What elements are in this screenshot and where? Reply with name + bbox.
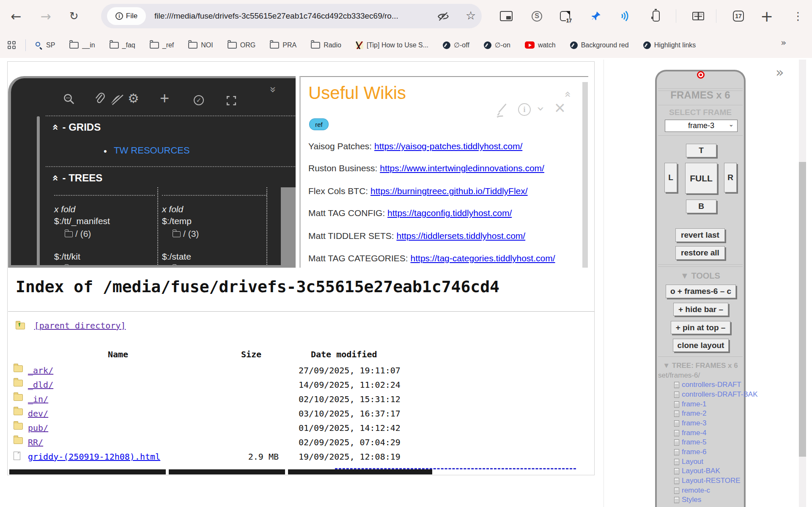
bookmark-sp[interactable]: SP bbox=[35, 41, 55, 49]
tree-node-count[interactable]: / (3) bbox=[173, 229, 199, 239]
zoom-search-icon[interactable] bbox=[63, 93, 75, 105]
hidden-eye-icon[interactable] bbox=[437, 11, 449, 22]
wiki-url-link[interactable]: https://tagconfig.tiddlyhost.com/ bbox=[387, 208, 512, 218]
bookmarks-overflow-chevron[interactable]: » bbox=[781, 37, 786, 48]
panel-drag-handle-dot[interactable] bbox=[697, 71, 705, 79]
paperclip-icon[interactable] bbox=[94, 93, 106, 105]
clone-layout-button[interactable]: clone layout bbox=[673, 339, 729, 352]
revert-last-button[interactable]: revert last bbox=[675, 228, 725, 242]
bookmark-highlight-links[interactable]: Highlight links bbox=[643, 41, 696, 49]
tree-node-title[interactable]: $:/tt/kit bbox=[54, 252, 80, 262]
bookmark-folder-faq[interactable]: _faq bbox=[110, 41, 135, 49]
bookmark-tip[interactable]: [Tip] How to Use S... bbox=[356, 41, 428, 49]
bookmark-pen-off[interactable]: ∅-off bbox=[443, 41, 469, 49]
dock-full-button[interactable]: FULL bbox=[685, 163, 717, 194]
tree-item[interactable]: Styles bbox=[674, 496, 701, 504]
frame-right-scrollbar[interactable] bbox=[281, 187, 296, 267]
dir-link[interactable]: pub/ bbox=[28, 423, 48, 433]
fold-toggle[interactable]: x fold bbox=[54, 204, 75, 214]
new-tab-plus-icon[interactable]: + bbox=[759, 0, 774, 32]
hide-bar-button[interactable]: + hide bar – bbox=[673, 303, 728, 316]
dock-bottom-button[interactable]: B bbox=[686, 200, 716, 213]
tab-flag-icon[interactable]: 17 bbox=[560, 0, 570, 32]
tree-node-count[interactable]: / (19) bbox=[65, 263, 96, 268]
fold-toggle[interactable]: x fold bbox=[162, 204, 183, 214]
trees-section-heading[interactable]: » - TREES bbox=[52, 172, 102, 184]
check-circle-icon[interactable]: ✓ bbox=[194, 95, 204, 105]
sound-waves-icon[interactable] bbox=[619, 0, 631, 32]
fullscreen-icon[interactable] bbox=[226, 95, 237, 106]
kebab-menu-icon[interactable]: ⋮ bbox=[792, 0, 804, 32]
collapse-section-icon[interactable]: » bbox=[49, 124, 61, 131]
dir-link[interactable]: _in/ bbox=[28, 394, 48, 404]
dir-link[interactable]: _ark/ bbox=[28, 365, 53, 375]
file-scheme-chip[interactable]: i File bbox=[107, 7, 146, 25]
brush-off-icon[interactable] bbox=[110, 93, 123, 105]
tw-resources-link[interactable]: TW RESOURCES bbox=[114, 145, 190, 156]
file-link[interactable]: griddy-(250919-12h08).html bbox=[28, 452, 160, 462]
tab-counter[interactable]: 17 bbox=[733, 0, 744, 32]
close-icon[interactable]: × bbox=[554, 97, 565, 118]
wiki-url-link[interactable]: https://tiddlersets.tiddlyhost.com/ bbox=[397, 231, 526, 241]
tree-item[interactable]: Layout-BAK bbox=[674, 467, 720, 475]
tree-item[interactable]: frame-2 bbox=[674, 409, 707, 418]
tree-item[interactable]: frame-5 bbox=[674, 438, 707, 447]
wiki-url-link[interactable]: https://yaisog-patches.tiddlyhost.com/ bbox=[374, 141, 522, 151]
picture-in-picture-icon[interactable] bbox=[500, 0, 513, 32]
dir-link[interactable]: _dld/ bbox=[28, 380, 53, 390]
tree-item[interactable]: remote-c bbox=[674, 486, 710, 495]
bookmark-background-red[interactable]: Background red bbox=[570, 41, 629, 49]
forward-icon[interactable]: → bbox=[37, 0, 54, 32]
page-scrollbar[interactable] bbox=[799, 60, 806, 507]
add-plus-icon[interactable]: + bbox=[160, 89, 169, 107]
url-text[interactable]: file:///media/fuse/drivefs-3c55615e27eab… bbox=[154, 4, 398, 28]
collapse-section-icon[interactable]: » bbox=[49, 175, 61, 181]
bookmark-pen-on[interactable]: ∅-on bbox=[484, 41, 510, 49]
bookmark-watch[interactable]: watch bbox=[525, 41, 556, 49]
tree-item[interactable]: frame-1 bbox=[674, 400, 707, 408]
back-icon[interactable]: ← bbox=[8, 0, 25, 32]
restore-all-button[interactable]: restore all bbox=[675, 246, 725, 260]
wiki-url-link[interactable]: https://burningtreec.github.io/TiddlyFle… bbox=[370, 186, 528, 196]
wiki-frame-scrollbar[interactable] bbox=[582, 82, 588, 268]
frame-select[interactable]: frame-3 ⌄ bbox=[665, 120, 738, 132]
parent-directory-link[interactable]: [parent directory] bbox=[34, 321, 126, 331]
tree-item[interactable]: Layout bbox=[674, 458, 703, 466]
tree-item[interactable]: controllers-DRAFT bbox=[674, 381, 741, 389]
bookmark-folder-pra[interactable]: PRA bbox=[270, 41, 296, 49]
reading-list-icon[interactable] bbox=[692, 0, 704, 32]
reload-icon[interactable]: ↻ bbox=[66, 0, 82, 32]
dir-link[interactable]: dev/ bbox=[28, 408, 48, 419]
gear-icon[interactable]: ⚙ bbox=[128, 91, 139, 106]
dir-link[interactable]: RR/ bbox=[28, 437, 43, 447]
dock-left-button[interactable]: L bbox=[664, 163, 677, 192]
tree-node-count[interactable]: / (69) bbox=[173, 263, 204, 268]
tree-item[interactable]: controllers-DRAFT-BAK bbox=[674, 390, 757, 399]
tree-node-title[interactable]: $:/state bbox=[162, 252, 191, 262]
tools-section-heading[interactable]: ▼ TOOLS bbox=[657, 271, 744, 281]
apps-grid-icon[interactable] bbox=[8, 41, 16, 49]
grids-section-heading[interactable]: » - GRIDS bbox=[52, 121, 101, 133]
pin-icon[interactable] bbox=[591, 0, 602, 32]
bookmark-folder-org[interactable]: ORG bbox=[228, 41, 255, 49]
bookmark-star-icon[interactable]: ☆ bbox=[466, 9, 476, 22]
s-extension-icon[interactable]: S bbox=[532, 0, 542, 32]
tag-pill-ref[interactable]: ref bbox=[309, 118, 329, 130]
tree-item[interactable]: frame-4 bbox=[674, 429, 707, 437]
wiki-url-link[interactable]: https://tag-categories.tiddlyhost.com/ bbox=[411, 253, 555, 263]
bookmark-folder-in[interactable]: __in bbox=[69, 41, 95, 49]
tree-node-title[interactable]: $:/temp bbox=[162, 216, 192, 226]
extension-icon[interactable] bbox=[653, 0, 660, 32]
fold-tiddler-chevron-icon[interactable]: » bbox=[561, 91, 573, 98]
bookmark-folder-noi[interactable]: NOI bbox=[188, 41, 213, 49]
bookmark-folder-ref[interactable]: _ref bbox=[150, 41, 174, 49]
wiki-url-link[interactable]: https://www.intertwingledinnovations.com… bbox=[380, 163, 544, 173]
tree-item[interactable]: Layout-RESTORE bbox=[674, 477, 741, 485]
edit-pencil-icon[interactable] bbox=[495, 101, 510, 118]
dock-right-button[interactable]: R bbox=[724, 163, 737, 192]
bookmark-folder-radio[interactable]: Radio bbox=[311, 41, 341, 49]
fold-frame-chevron-icon[interactable]: » bbox=[267, 86, 280, 93]
sidebar-collapse-chevron-icon[interactable]: » bbox=[776, 64, 784, 80]
dock-top-button[interactable]: T bbox=[686, 144, 716, 157]
tree-node-title[interactable]: $:/tt/_manifest bbox=[54, 216, 110, 226]
